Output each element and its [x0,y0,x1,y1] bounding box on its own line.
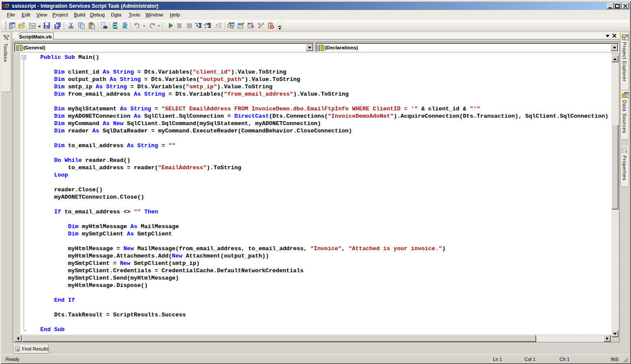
svg-text:ScriptMain.vb: ScriptMain.vb [19,34,52,39]
